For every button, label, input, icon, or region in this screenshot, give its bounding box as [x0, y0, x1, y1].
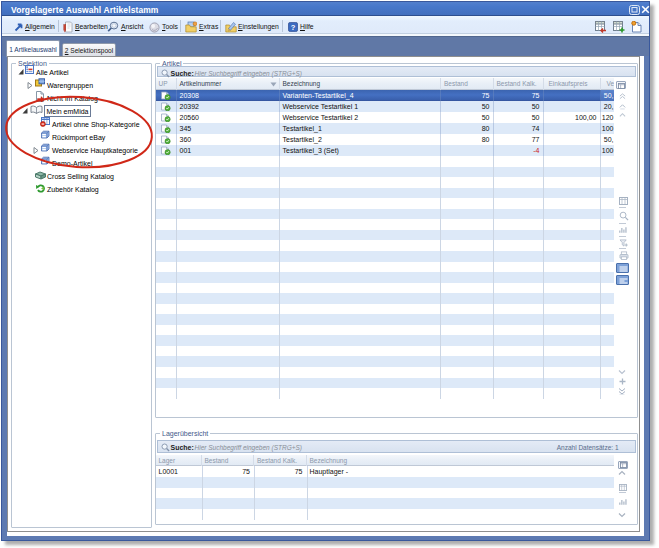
svg-text:?: ? — [291, 23, 296, 32]
